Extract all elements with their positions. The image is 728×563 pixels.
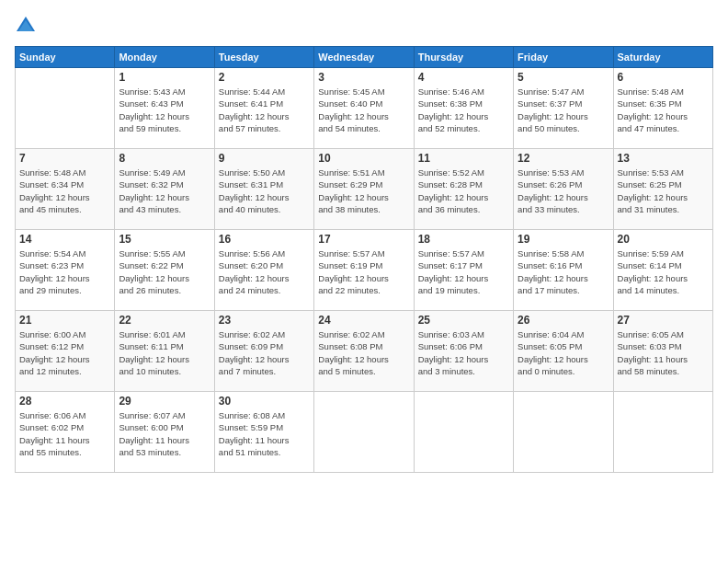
calendar-cell: 5Sunrise: 5:47 AM Sunset: 6:37 PM Daylig… <box>514 68 613 149</box>
day-info: Sunrise: 6:01 AM Sunset: 6:11 PM Dayligh… <box>119 328 210 377</box>
day-number: 18 <box>418 233 509 246</box>
day-info: Sunrise: 5:51 AM Sunset: 6:29 PM Dayligh… <box>318 167 409 215</box>
day-number: 15 <box>119 233 210 246</box>
day-number: 17 <box>318 233 409 246</box>
calendar-cell: 15Sunrise: 5:55 AM Sunset: 6:22 PM Dayli… <box>115 230 214 311</box>
day-info: Sunrise: 5:56 AM Sunset: 6:20 PM Dayligh… <box>219 247 310 296</box>
day-info: Sunrise: 5:49 AM Sunset: 6:32 PM Dayligh… <box>119 167 210 215</box>
calendar: SundayMondayTuesdayWednesdayThursdayFrid… <box>15 46 713 473</box>
calendar-cell: 11Sunrise: 5:52 AM Sunset: 6:28 PM Dayli… <box>414 149 513 230</box>
day-number: 12 <box>518 152 609 165</box>
day-info: Sunrise: 5:52 AM Sunset: 6:28 PM Dayligh… <box>418 167 509 215</box>
weekday-header-thursday: Thursday <box>414 47 513 68</box>
calendar-cell: 29Sunrise: 6:07 AM Sunset: 6:00 PM Dayli… <box>115 392 214 473</box>
calendar-cell: 21Sunrise: 6:00 AM Sunset: 6:12 PM Dayli… <box>16 311 115 392</box>
day-number: 20 <box>618 233 709 246</box>
day-info: Sunrise: 5:57 AM Sunset: 6:17 PM Dayligh… <box>418 247 509 296</box>
week-row-1: 1Sunrise: 5:43 AM Sunset: 6:43 PM Daylig… <box>16 68 713 149</box>
day-number: 21 <box>19 314 110 327</box>
day-info: Sunrise: 5:46 AM Sunset: 6:38 PM Dayligh… <box>418 86 509 134</box>
weekday-header-sunday: Sunday <box>16 47 115 68</box>
day-number: 29 <box>119 395 210 408</box>
calendar-cell: 16Sunrise: 5:56 AM Sunset: 6:20 PM Dayli… <box>214 230 313 311</box>
calendar-cell: 30Sunrise: 6:08 AM Sunset: 5:59 PM Dayli… <box>214 392 313 473</box>
day-number: 3 <box>318 71 409 84</box>
calendar-cell: 12Sunrise: 5:53 AM Sunset: 6:26 PM Dayli… <box>514 149 613 230</box>
day-number: 2 <box>219 71 310 84</box>
weekday-row: SundayMondayTuesdayWednesdayThursdayFrid… <box>16 47 713 68</box>
day-number: 5 <box>518 71 609 84</box>
calendar-body: 1Sunrise: 5:43 AM Sunset: 6:43 PM Daylig… <box>16 68 713 473</box>
calendar-cell: 1Sunrise: 5:43 AM Sunset: 6:43 PM Daylig… <box>115 68 214 149</box>
day-number: 26 <box>518 314 609 327</box>
day-info: Sunrise: 5:54 AM Sunset: 6:23 PM Dayligh… <box>19 247 110 296</box>
day-number: 6 <box>618 71 709 84</box>
day-number: 1 <box>119 71 210 84</box>
logo-icon <box>15 15 37 37</box>
day-info: Sunrise: 5:57 AM Sunset: 6:19 PM Dayligh… <box>318 247 409 296</box>
calendar-cell: 24Sunrise: 6:02 AM Sunset: 6:08 PM Dayli… <box>314 311 414 392</box>
day-number: 19 <box>518 233 609 246</box>
day-number: 9 <box>219 152 310 165</box>
calendar-cell: 13Sunrise: 5:53 AM Sunset: 6:25 PM Dayli… <box>613 149 712 230</box>
calendar-cell: 18Sunrise: 5:57 AM Sunset: 6:17 PM Dayli… <box>414 230 513 311</box>
day-info: Sunrise: 5:53 AM Sunset: 6:25 PM Dayligh… <box>618 167 709 215</box>
day-number: 25 <box>418 314 509 327</box>
calendar-cell: 8Sunrise: 5:49 AM Sunset: 6:32 PM Daylig… <box>115 149 214 230</box>
calendar-cell <box>16 68 115 149</box>
calendar-cell: 14Sunrise: 5:54 AM Sunset: 6:23 PM Dayli… <box>16 230 115 311</box>
week-row-3: 14Sunrise: 5:54 AM Sunset: 6:23 PM Dayli… <box>16 230 713 311</box>
calendar-cell: 2Sunrise: 5:44 AM Sunset: 6:41 PM Daylig… <box>214 68 313 149</box>
weekday-header-saturday: Saturday <box>613 47 712 68</box>
calendar-cell <box>613 392 712 473</box>
day-info: Sunrise: 5:43 AM Sunset: 6:43 PM Dayligh… <box>119 86 210 134</box>
calendar-cell: 25Sunrise: 6:03 AM Sunset: 6:06 PM Dayli… <box>414 311 513 392</box>
calendar-cell: 27Sunrise: 6:05 AM Sunset: 6:03 PM Dayli… <box>613 311 712 392</box>
calendar-cell: 23Sunrise: 6:02 AM Sunset: 6:09 PM Dayli… <box>214 311 313 392</box>
day-info: Sunrise: 5:50 AM Sunset: 6:31 PM Dayligh… <box>219 167 310 215</box>
day-number: 13 <box>618 152 709 165</box>
day-info: Sunrise: 5:55 AM Sunset: 6:22 PM Dayligh… <box>119 247 210 296</box>
day-number: 28 <box>19 395 110 408</box>
day-info: Sunrise: 6:00 AM Sunset: 6:12 PM Dayligh… <box>19 328 110 377</box>
calendar-cell <box>514 392 613 473</box>
day-info: Sunrise: 6:03 AM Sunset: 6:06 PM Dayligh… <box>418 328 509 377</box>
day-number: 16 <box>219 233 310 246</box>
week-row-2: 7Sunrise: 5:48 AM Sunset: 6:34 PM Daylig… <box>16 149 713 230</box>
calendar-cell: 17Sunrise: 5:57 AM Sunset: 6:19 PM Dayli… <box>314 230 414 311</box>
day-number: 22 <box>119 314 210 327</box>
calendar-cell: 9Sunrise: 5:50 AM Sunset: 6:31 PM Daylig… <box>214 149 313 230</box>
header <box>15 15 713 37</box>
day-number: 7 <box>19 152 110 165</box>
page: SundayMondayTuesdayWednesdayThursdayFrid… <box>0 0 728 563</box>
day-number: 30 <box>219 395 310 408</box>
calendar-cell: 10Sunrise: 5:51 AM Sunset: 6:29 PM Dayli… <box>314 149 414 230</box>
day-number: 27 <box>618 314 709 327</box>
calendar-cell <box>414 392 513 473</box>
day-info: Sunrise: 5:47 AM Sunset: 6:37 PM Dayligh… <box>518 86 609 134</box>
day-info: Sunrise: 5:59 AM Sunset: 6:14 PM Dayligh… <box>618 247 709 296</box>
weekday-header-friday: Friday <box>514 47 613 68</box>
day-info: Sunrise: 5:44 AM Sunset: 6:41 PM Dayligh… <box>219 86 310 134</box>
day-number: 23 <box>219 314 310 327</box>
day-number: 10 <box>318 152 409 165</box>
calendar-cell: 28Sunrise: 6:06 AM Sunset: 6:02 PM Dayli… <box>16 392 115 473</box>
week-row-4: 21Sunrise: 6:00 AM Sunset: 6:12 PM Dayli… <box>16 311 713 392</box>
day-number: 11 <box>418 152 509 165</box>
day-info: Sunrise: 5:58 AM Sunset: 6:16 PM Dayligh… <box>518 247 609 296</box>
day-number: 8 <box>119 152 210 165</box>
day-info: Sunrise: 6:02 AM Sunset: 6:08 PM Dayligh… <box>318 328 409 377</box>
calendar-cell: 3Sunrise: 5:45 AM Sunset: 6:40 PM Daylig… <box>314 68 414 149</box>
week-row-5: 28Sunrise: 6:06 AM Sunset: 6:02 PM Dayli… <box>16 392 713 473</box>
calendar-cell: 22Sunrise: 6:01 AM Sunset: 6:11 PM Dayli… <box>115 311 214 392</box>
day-info: Sunrise: 5:53 AM Sunset: 6:26 PM Dayligh… <box>518 167 609 215</box>
weekday-header-wednesday: Wednesday <box>314 47 414 68</box>
logo <box>15 15 40 37</box>
day-info: Sunrise: 5:45 AM Sunset: 6:40 PM Dayligh… <box>318 86 409 134</box>
calendar-cell: 7Sunrise: 5:48 AM Sunset: 6:34 PM Daylig… <box>16 149 115 230</box>
day-number: 24 <box>318 314 409 327</box>
calendar-cell: 19Sunrise: 5:58 AM Sunset: 6:16 PM Dayli… <box>514 230 613 311</box>
calendar-cell: 20Sunrise: 5:59 AM Sunset: 6:14 PM Dayli… <box>613 230 712 311</box>
calendar-header: SundayMondayTuesdayWednesdayThursdayFrid… <box>16 47 713 68</box>
calendar-cell: 6Sunrise: 5:48 AM Sunset: 6:35 PM Daylig… <box>613 68 712 149</box>
